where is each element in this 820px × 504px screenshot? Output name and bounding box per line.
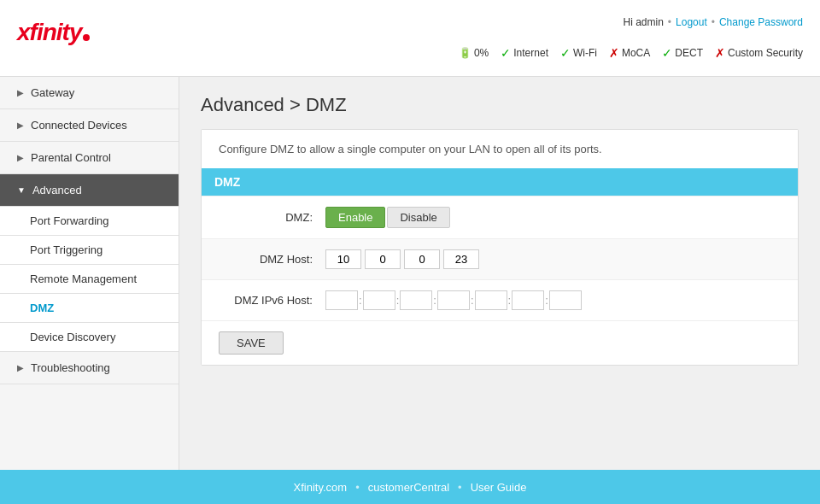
sidebar-item-gateway[interactable]: ▶ Gateway (0, 77, 179, 109)
dmz-ipv6-seg3[interactable] (400, 290, 432, 310)
sidebar-subitem-port-forwarding[interactable]: Port Forwarding (0, 207, 179, 236)
footer-xfinity-link[interactable]: Xfinity.com (294, 481, 348, 494)
status-moca: ✗ MoCA (609, 46, 650, 60)
subitem-label: Port Triggering (30, 243, 102, 256)
dmz-ipv6-seg6[interactable] (512, 290, 544, 310)
sidebar-subitem-port-triggering[interactable]: Port Triggering (0, 236, 179, 265)
dmz-ipv6-seg4[interactable] (437, 290, 470, 310)
status-dect: ✓ DECT (662, 46, 703, 60)
status-wifi: ✓ Wi-Fi (560, 46, 597, 60)
status-battery: 🔋 0% (459, 47, 489, 59)
custom-security-icon: ✗ (715, 46, 725, 60)
sidebar-subitem-remote-management[interactable]: Remote Management (0, 265, 179, 294)
wifi-icon: ✓ (560, 46, 571, 60)
xfinity-logo: xfinity (17, 19, 90, 46)
subitem-label: Device Discovery (30, 331, 115, 343)
dmz-host-octet2[interactable] (365, 249, 401, 269)
sidebar-item-label: Gateway (31, 86, 74, 99)
footer-customer-central-link[interactable]: customerCentral (368, 481, 449, 494)
page-description: Configure DMZ to allow a single computer… (202, 130, 798, 168)
sidebar-item-label: Connected Devices (31, 119, 127, 132)
subitem-label: DMZ (30, 302, 54, 314)
dmz-host-octet1[interactable] (325, 249, 361, 269)
sidebar-item-connected-devices[interactable]: ▶ Connected Devices (0, 109, 179, 142)
subitem-label: Remote Management (30, 273, 137, 285)
dmz-enable-row: DMZ: Enable Disable (202, 196, 798, 238)
save-button[interactable]: SAVE (219, 331, 284, 355)
dmz-ipv6-seg7[interactable] (549, 290, 582, 310)
dmz-label: DMZ: (219, 211, 313, 224)
moca-icon: ✗ (609, 46, 619, 60)
dmz-ipv6-seg2[interactable] (363, 290, 395, 310)
logout-link[interactable]: Logout (676, 16, 707, 28)
sidebar-item-advanced[interactable]: ▼ Advanced (0, 174, 179, 207)
dmz-section-header: DMZ (202, 168, 798, 196)
sidebar-subitem-dmz[interactable]: DMZ (0, 294, 179, 323)
subitem-label: Port Forwarding (30, 214, 108, 227)
footer-user-guide-link[interactable]: User Guide (471, 481, 527, 494)
user-greeting: Hi admin (623, 16, 663, 28)
sidebar-subitem-device-discovery[interactable]: Device Discovery (0, 323, 179, 352)
chevron-right-icon: ▶ (17, 88, 24, 97)
dmz-host-row: DMZ Host: (202, 238, 798, 279)
sidebar-item-label: Troubleshooting (31, 361, 110, 374)
dmz-ipv6-seg5[interactable] (475, 290, 507, 310)
dect-icon: ✓ (662, 46, 672, 60)
disable-button[interactable]: Disable (387, 207, 449, 228)
sidebar-item-label: Parental Control (31, 151, 111, 164)
chevron-down-icon: ▼ (17, 185, 26, 195)
save-row: SAVE (202, 320, 798, 365)
sidebar-item-parental-control[interactable]: ▶ Parental Control (0, 142, 179, 174)
chevron-right-icon: ▶ (17, 120, 24, 130)
footer-sep2: • (458, 481, 462, 494)
dmz-ipv6-seg1[interactable] (325, 290, 358, 310)
change-password-link[interactable]: Change Password (719, 16, 803, 28)
enable-button[interactable]: Enable (325, 207, 385, 228)
footer-sep1: • (355, 481, 360, 494)
dmz-host-label: DMZ Host: (219, 253, 313, 266)
battery-icon: 🔋 (459, 47, 472, 59)
sidebar-item-troubleshooting[interactable]: ▶ Troubleshooting (0, 352, 179, 384)
dmz-host-octet3[interactable] (404, 249, 440, 269)
dmz-ipv6-label: DMZ IPv6 Host: (219, 294, 313, 307)
dmz-host-octet4[interactable] (443, 249, 479, 269)
chevron-right-icon: ▶ (17, 153, 24, 162)
chevron-right-icon: ▶ (17, 363, 24, 372)
page-title: Advanced > DMZ (201, 94, 799, 116)
status-custom-security: ✗ Custom Security (715, 46, 803, 60)
sidebar-item-label: Advanced (32, 184, 82, 196)
internet-icon: ✓ (501, 46, 511, 60)
dmz-ipv6-host-row: DMZ IPv6 Host: : : : : : : (202, 279, 798, 320)
status-internet: ✓ Internet (501, 46, 548, 60)
